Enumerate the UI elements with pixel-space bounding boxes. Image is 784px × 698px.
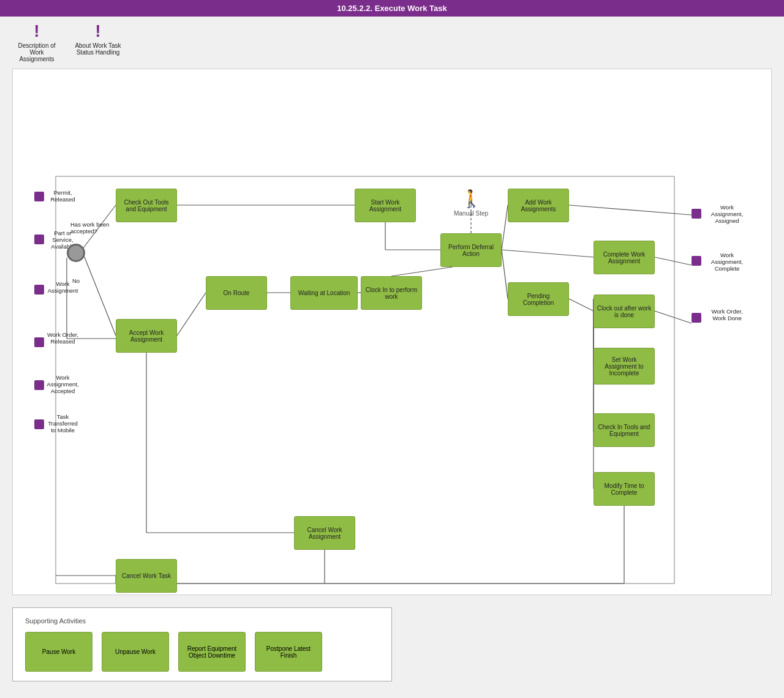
report-equipment-downtime-box[interactable]: Report Equipment Object Downtime	[178, 632, 246, 672]
clock-in-box[interactable]: Clock In to perform work	[361, 276, 422, 310]
postpone-latest-finish-box[interactable]: Postpone Latest Finish	[255, 632, 322, 672]
event-work-order-released	[34, 337, 44, 347]
unpause-work-box[interactable]: Unpause Work	[102, 632, 169, 672]
event-task-transferred-label: TaskTransferredto Mobile	[46, 413, 80, 433]
svg-line-13	[502, 250, 508, 299]
start-work-assignment-box[interactable]: Start Work Assignment	[355, 189, 416, 222]
svg-line-15	[569, 205, 692, 215]
svg-line-17	[569, 299, 594, 311]
svg-rect-0	[56, 176, 674, 584]
description-assignments-icon-item[interactable]: ! Description of Work Assignments	[12, 23, 61, 62]
event-permit-released-label: Permit,Released	[46, 189, 80, 203]
event-task-transferred	[34, 419, 44, 429]
check-in-tools-box[interactable]: Check In Tools and Equipment	[594, 413, 655, 447]
about-work-task-label: About Work Task Status Handling	[74, 42, 123, 56]
event-wa-accepted-label: WorkAssignment,Accepted	[46, 374, 80, 394]
about-work-task-icon: !	[95, 23, 100, 40]
svg-line-11	[391, 267, 453, 276]
person-icon: 🚶	[453, 189, 489, 209]
event-part-service	[34, 235, 44, 244]
supporting-activities-box: Supporting Activities Pause Work Unpause…	[12, 607, 392, 681]
svg-line-8	[177, 293, 206, 336]
svg-line-2	[83, 254, 116, 336]
check-out-tools-box[interactable]: Check Out Tools and Equipment	[116, 189, 177, 222]
description-assignments-icon: !	[34, 23, 39, 40]
event-wa-accepted	[34, 380, 44, 390]
cancel-work-task-box[interactable]: Cancel Work Task	[116, 559, 177, 593]
no-label: No	[72, 277, 80, 284]
event-wa-assigned	[692, 209, 701, 219]
manual-step: 🚶 Manual Step	[453, 189, 489, 217]
pending-completion-box[interactable]: Pending Completion	[508, 282, 569, 316]
page-header: 10.25.2.2. Execute Work Task	[0, 0, 784, 17]
top-icons-area: ! Description of Work Assignments ! Abou…	[0, 17, 784, 69]
svg-line-12	[502, 205, 508, 250]
modify-time-complete-box[interactable]: Modify Time to Complete	[594, 472, 655, 506]
on-route-box[interactable]: On Route	[206, 276, 267, 310]
waiting-at-location-box[interactable]: Waiting at Location	[290, 276, 358, 310]
decision-circle	[67, 244, 85, 262]
complete-work-assignment-box[interactable]: Complete Work Assignment	[594, 241, 655, 274]
svg-line-18	[655, 311, 692, 323]
decision-label: Has work been accepted?	[70, 221, 113, 235]
event-wa-complete	[692, 256, 701, 266]
about-work-task-icon-item[interactable]: ! About Work Task Status Handling	[74, 23, 123, 56]
add-work-assignments-box[interactable]: Add Work Assignments	[508, 189, 569, 222]
pause-work-box[interactable]: Pause Work	[25, 632, 92, 672]
event-wo-work-done-label: Work Order,Work Done	[703, 308, 752, 321]
clock-out-after-work-box[interactable]: Clock out after work is done	[594, 295, 655, 328]
event-permit-released	[34, 192, 44, 201]
supporting-tasks-container: Pause Work Unpause Work Report Equipment…	[25, 632, 379, 672]
cancel-work-assignment-box[interactable]: Cancel Work Assignment	[294, 516, 355, 550]
page-title: 10.25.2.2. Execute Work Task	[337, 4, 447, 13]
event-wa-assigned-label: WorkAssignment,Assigned	[703, 204, 752, 224]
event-work-assignment	[34, 285, 44, 295]
event-wo-work-done	[692, 313, 701, 323]
set-work-assignment-incomplete-box[interactable]: Set Work Assignment to Incomplete	[594, 348, 655, 385]
accept-work-assignment-box[interactable]: Accept Work Assignment	[116, 319, 177, 353]
description-assignments-label: Description of Work Assignments	[12, 42, 61, 62]
event-work-order-released-label: Work Order,Released	[46, 331, 80, 345]
event-wa-complete-label: WorkAssignment,Complete	[703, 252, 752, 272]
supporting-activities-title: Supporting Activities	[25, 617, 379, 625]
perform-deferral-box[interactable]: Perform Deferral Action	[440, 233, 502, 267]
svg-line-16	[655, 257, 692, 265]
manual-step-label: Manual Step	[453, 210, 489, 217]
diagram-area: Permit,Released Part orService,Available…	[12, 69, 772, 595]
svg-line-14	[502, 250, 594, 257]
